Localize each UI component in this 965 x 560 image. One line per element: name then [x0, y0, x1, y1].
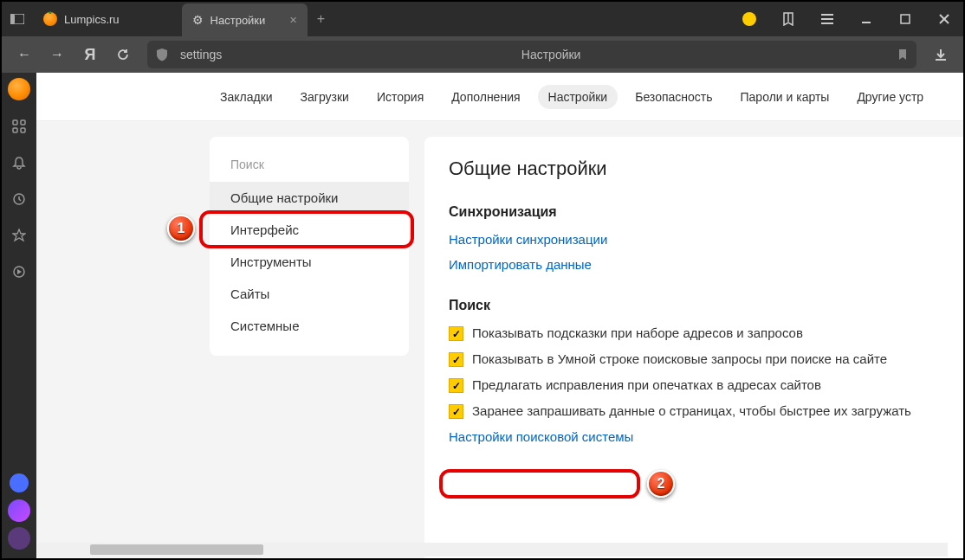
address-bar[interactable]: settings Настройки	[147, 41, 916, 68]
checkbox-label: Заранее запрашивать данные о страницах, …	[472, 403, 911, 418]
nav-passwords[interactable]: Пароли и карты	[730, 85, 840, 109]
play-icon[interactable]	[9, 261, 29, 282]
sync-heading: Синхронизация	[449, 204, 939, 220]
lumpics-favicon-icon	[43, 12, 57, 26]
maximize-button[interactable]	[885, 2, 924, 36]
svg-rect-11	[13, 128, 17, 132]
settings-left-menu: Поиск Общие настройки Интерфейс Инструме…	[210, 137, 409, 356]
forward-button[interactable]: →	[42, 39, 73, 70]
checkbox-label: Предлагать исправления при опечатках в а…	[472, 377, 821, 392]
menu-general[interactable]: Общие настройки	[210, 182, 409, 214]
checkbox[interactable]	[449, 378, 463, 393]
tab-lumpics[interactable]: Lumpics.ru	[33, 2, 130, 36]
back-button[interactable]: ←	[9, 39, 40, 70]
history-icon[interactable]	[9, 189, 29, 209]
menu-interface[interactable]: Интерфейс	[210, 214, 409, 246]
star-icon[interactable]	[9, 225, 29, 246]
menu-sites[interactable]: Сайты	[210, 278, 409, 310]
menu-tools[interactable]: Инструменты	[210, 246, 409, 278]
horizontal-scrollbar[interactable]	[38, 543, 948, 557]
sync-settings-link[interactable]: Настройки синхронизации	[449, 232, 939, 247]
services-icon[interactable]	[9, 116, 29, 137]
nav-bookmarks[interactable]: Закладки	[210, 85, 283, 109]
search-heading: Поиск	[449, 298, 939, 313]
import-data-link[interactable]: Импортировать данные	[449, 257, 939, 272]
annotation-marker-2: 2	[647, 470, 675, 498]
close-tab-icon[interactable]: ✕	[289, 15, 297, 26]
bookmarks-icon[interactable]	[768, 2, 807, 36]
menu-section-label: Поиск	[210, 151, 409, 182]
close-button[interactable]	[924, 2, 963, 36]
checkbox[interactable]	[449, 326, 463, 341]
bookmark-icon[interactable]	[880, 48, 908, 61]
svg-rect-12	[21, 128, 25, 132]
sidebar-app-icon[interactable]	[8, 527, 30, 550]
nav-other-devices[interactable]: Другие устр	[846, 85, 934, 109]
shield-icon	[156, 48, 177, 61]
panel-title: Общие настройки	[449, 158, 939, 180]
annotation-marker-1: 1	[167, 215, 195, 242]
search-engine-settings-link[interactable]: Настройки поисковой системы	[449, 429, 939, 444]
settings-panel: Общие настройки Синхронизация Настройки …	[424, 137, 963, 558]
bell-icon[interactable]	[9, 152, 29, 173]
nav-security[interactable]: Безопасность	[625, 85, 722, 109]
extension-icon[interactable]	[729, 2, 768, 36]
sidebar-app-icon[interactable]	[8, 472, 30, 494]
checkbox[interactable]	[449, 404, 463, 419]
nav-downloads[interactable]: Загрузки	[290, 85, 359, 109]
titlebar: Lumpics.ru ⚙ Настройки ✕ +	[2, 2, 963, 36]
svg-rect-10	[21, 120, 25, 125]
sidebar-toggle-icon[interactable]	[2, 14, 33, 24]
lumpics-site-icon[interactable]	[8, 78, 30, 100]
toolbar: ← → Я settings Настройки	[2, 36, 963, 73]
checkbox[interactable]	[449, 352, 463, 367]
yandex-home-button[interactable]: Я	[74, 39, 106, 70]
svg-rect-6	[901, 15, 910, 23]
tab-label: Lumpics.ru	[64, 13, 120, 26]
new-tab-button[interactable]: +	[308, 11, 334, 27]
checkbox-label: Показывать подсказки при наборе адресов …	[472, 325, 803, 340]
nav-addons[interactable]: Дополнения	[441, 85, 530, 109]
svg-rect-1	[10, 14, 15, 24]
url-text: settings	[177, 48, 222, 61]
settings-top-nav: Закладки Загрузки История Дополнения Нас…	[36, 73, 963, 121]
minimize-button[interactable]	[846, 2, 885, 36]
menu-system[interactable]: Системные	[210, 310, 409, 342]
page-label: Настройки	[521, 48, 581, 61]
browser-sidebar	[2, 73, 36, 558]
sidebar-app-icon[interactable]	[8, 499, 30, 522]
nav-history[interactable]: История	[366, 85, 434, 109]
menu-icon[interactable]	[807, 2, 846, 36]
tab-label: Настройки	[210, 14, 266, 27]
checkbox-label: Показывать в Умной строке поисковые запр…	[472, 351, 887, 366]
nav-settings[interactable]: Настройки	[538, 85, 619, 109]
svg-rect-9	[13, 120, 17, 125]
tab-settings[interactable]: ⚙ Настройки ✕	[182, 3, 308, 36]
gear-icon: ⚙	[192, 13, 204, 27]
downloads-button[interactable]	[925, 48, 956, 61]
reload-button[interactable]	[107, 39, 139, 70]
